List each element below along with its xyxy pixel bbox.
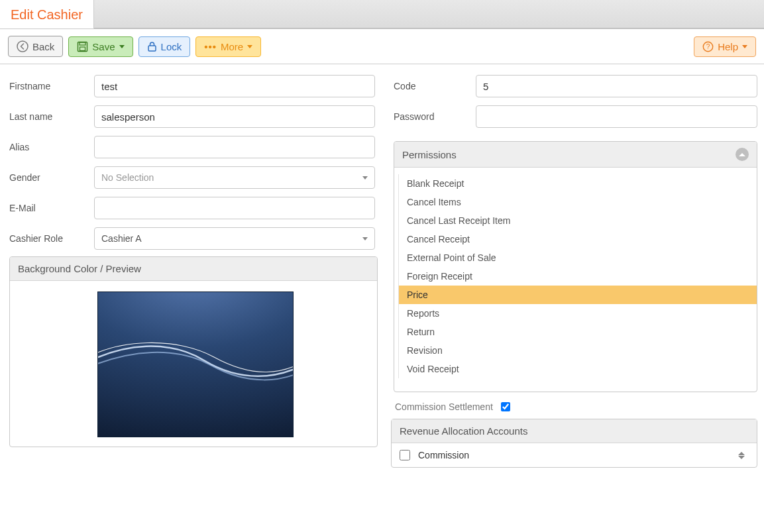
permissions-panel: Permissions Blank ReceiptCancel ItemsCan…	[394, 141, 757, 392]
chevron-down-icon	[362, 176, 368, 180]
background-preview-panel: Background Color / Preview	[9, 256, 378, 447]
permission-item[interactable]: Revision	[399, 341, 757, 360]
gender-label: Gender	[9, 172, 89, 183]
page-title: Edit Cashier	[0, 0, 94, 28]
background-preview-title: Background Color / Preview	[18, 263, 141, 274]
firstname-label: Firstname	[9, 81, 89, 91]
save-label: Save	[92, 41, 115, 52]
background-preview-header: Background Color / Preview	[10, 257, 377, 281]
permission-item[interactable]: Reports	[399, 304, 757, 323]
email-field[interactable]	[94, 197, 375, 219]
permission-item[interactable]: Void Receipt	[399, 360, 757, 378]
permission-item[interactable]: Return	[399, 323, 757, 341]
role-select[interactable]: Cashier A	[94, 227, 375, 250]
permission-item[interactable]: External Point of Sale	[399, 248, 757, 267]
commission-account-label: Commission	[418, 450, 469, 460]
revenue-allocation-title: Revenue Allocation Accounts	[400, 425, 527, 437]
back-arrow-icon	[17, 40, 28, 52]
wave-decoration	[97, 331, 294, 390]
background-preview-image	[97, 292, 294, 437]
svg-rect-2	[80, 42, 85, 45]
commission-settlement-label: Commission Settlement	[395, 401, 493, 412]
password-field[interactable]	[476, 105, 757, 128]
save-button[interactable]: Save	[68, 36, 133, 57]
chevron-down-icon	[362, 237, 368, 240]
svg-text:?: ?	[706, 43, 710, 50]
permissions-header[interactable]: Permissions	[394, 142, 757, 168]
title-bar-fill	[94, 0, 764, 28]
code-label: Code	[391, 81, 470, 91]
question-icon: ?	[702, 41, 714, 52]
lock-label: Lock	[161, 41, 182, 52]
gender-select[interactable]: No Selection	[94, 166, 375, 189]
permission-item[interactable]: Cancel Items	[399, 193, 757, 211]
back-button[interactable]: Back	[8, 36, 63, 57]
alias-label: Alias	[9, 142, 89, 152]
code-field[interactable]	[476, 75, 757, 97]
help-button[interactable]: ? Help	[694, 36, 756, 57]
permission-item[interactable]: Foreign Receipt	[399, 267, 757, 286]
chevron-down-icon	[247, 45, 252, 48]
svg-rect-3	[80, 47, 85, 51]
save-floppy-icon	[77, 41, 88, 52]
alias-field[interactable]	[94, 136, 375, 158]
back-label: Back	[32, 41, 54, 52]
account-spinner[interactable]	[738, 452, 749, 459]
chevron-down-icon	[119, 45, 125, 48]
gender-selected: No Selection	[101, 172, 362, 183]
commission-account-checkbox[interactable]	[400, 450, 410, 460]
more-button[interactable]: ••• More	[195, 36, 261, 57]
password-label: Password	[391, 111, 470, 122]
permissions-title: Permissions	[402, 149, 457, 160]
lastname-field[interactable]	[94, 105, 375, 128]
permission-item[interactable]: Blank Receipt	[399, 174, 757, 193]
permission-item[interactable]: Cancel Receipt	[399, 230, 757, 248]
lastname-label: Last name	[9, 111, 89, 122]
spinner-up-icon[interactable]	[738, 452, 745, 455]
commission-settlement-checkbox[interactable]	[501, 402, 510, 411]
svg-rect-4	[148, 46, 156, 51]
firstname-field[interactable]	[94, 75, 375, 97]
toolbar: Back Save Lock ••• More ? Help	[0, 29, 764, 64]
revenue-allocation-header: Revenue Allocation Accounts	[392, 419, 757, 443]
role-selected: Cashier A	[101, 233, 362, 244]
spinner-down-icon[interactable]	[738, 456, 745, 459]
ellipsis-icon: •••	[204, 41, 217, 52]
chevron-down-icon	[742, 45, 747, 48]
more-label: More	[221, 41, 243, 52]
revenue-allocation-panel: Revenue Allocation Accounts Commission	[391, 419, 757, 468]
permissions-list: Blank ReceiptCancel ItemsCancel Last Rec…	[398, 174, 757, 378]
help-label: Help	[718, 41, 738, 52]
permission-item[interactable]: Cancel Last Receipt Item	[399, 211, 757, 230]
role-label: Cashier Role	[9, 233, 89, 244]
lock-button[interactable]: Lock	[138, 36, 191, 57]
permission-item[interactable]: Price	[399, 286, 757, 304]
email-label: E-Mail	[9, 203, 89, 213]
lock-icon	[147, 41, 157, 52]
collapse-icon[interactable]	[736, 148, 749, 161]
svg-point-0	[17, 41, 28, 52]
